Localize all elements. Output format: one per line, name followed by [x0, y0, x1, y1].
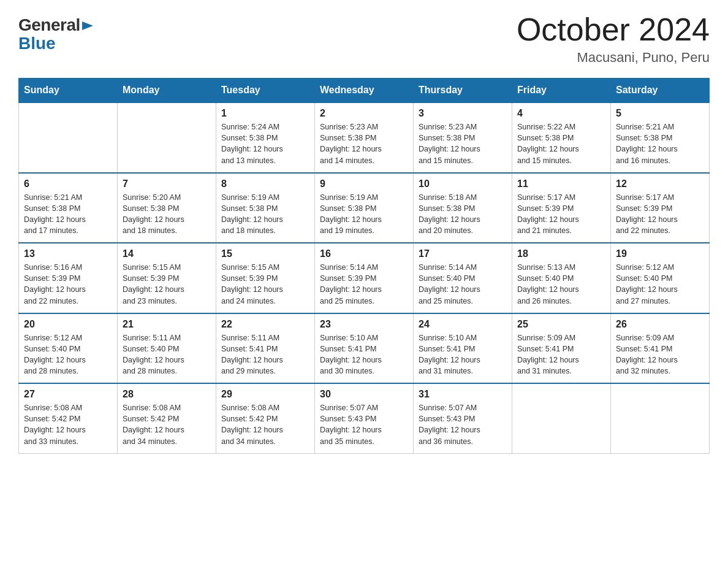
day-number: 22	[221, 319, 309, 330]
day-number: 3	[419, 108, 507, 119]
calendar-cell: 21Sunrise: 5:11 AMSunset: 5:40 PMDayligh…	[118, 313, 216, 384]
day-info: Sunrise: 5:23 AMSunset: 5:38 PMDaylight:…	[320, 121, 408, 166]
calendar-cell: 12Sunrise: 5:17 AMSunset: 5:39 PMDayligh…	[611, 173, 710, 243]
day-number: 20	[24, 319, 112, 330]
day-number: 9	[320, 178, 408, 190]
day-number: 23	[320, 319, 408, 330]
day-info: Sunrise: 5:11 AMSunset: 5:41 PMDaylight:…	[221, 332, 309, 377]
calendar-cell: 17Sunrise: 5:14 AMSunset: 5:40 PMDayligh…	[414, 243, 512, 313]
day-number: 18	[517, 248, 605, 259]
week-row-4: 20Sunrise: 5:12 AMSunset: 5:40 PMDayligh…	[19, 313, 710, 384]
calendar-table: SundayMondayTuesdayWednesdayThursdayFrid…	[18, 78, 710, 454]
day-info: Sunrise: 5:15 AMSunset: 5:39 PMDaylight:…	[221, 262, 309, 307]
day-number: 25	[517, 319, 605, 330]
day-info: Sunrise: 5:10 AMSunset: 5:41 PMDaylight:…	[320, 332, 408, 377]
calendar-cell: 29Sunrise: 5:08 AMSunset: 5:42 PMDayligh…	[216, 383, 315, 453]
day-number: 24	[419, 319, 507, 330]
day-number: 8	[221, 178, 309, 190]
day-info: Sunrise: 5:18 AMSunset: 5:38 PMDaylight:…	[419, 192, 507, 237]
day-number: 15	[221, 248, 309, 259]
day-number: 1	[221, 108, 309, 119]
day-number: 21	[123, 319, 211, 330]
header-day-monday: Monday	[118, 79, 216, 103]
day-number: 19	[616, 248, 704, 259]
day-number: 7	[123, 178, 211, 190]
week-row-2: 6Sunrise: 5:21 AMSunset: 5:38 PMDaylight…	[19, 173, 710, 243]
calendar-body: 1Sunrise: 5:24 AMSunset: 5:38 PMDaylight…	[19, 102, 710, 453]
calendar-cell: 31Sunrise: 5:07 AMSunset: 5:43 PMDayligh…	[414, 383, 512, 453]
calendar-cell: 19Sunrise: 5:12 AMSunset: 5:40 PMDayligh…	[611, 243, 710, 313]
day-info: Sunrise: 5:17 AMSunset: 5:39 PMDaylight:…	[517, 192, 605, 237]
calendar-cell: 24Sunrise: 5:10 AMSunset: 5:41 PMDayligh…	[414, 313, 512, 384]
day-number: 13	[24, 248, 112, 259]
calendar-cell: 27Sunrise: 5:08 AMSunset: 5:42 PMDayligh…	[19, 383, 118, 453]
header-day-tuesday: Tuesday	[216, 79, 315, 103]
day-number: 27	[24, 389, 112, 400]
week-row-1: 1Sunrise: 5:24 AMSunset: 5:38 PMDaylight…	[19, 102, 710, 173]
day-info: Sunrise: 5:20 AMSunset: 5:38 PMDaylight:…	[123, 192, 211, 237]
logo-flag-icon	[82, 19, 96, 33]
day-number: 30	[320, 389, 408, 400]
day-number: 29	[221, 389, 309, 400]
calendar-cell: 2Sunrise: 5:23 AMSunset: 5:38 PMDaylight…	[315, 102, 414, 173]
day-info: Sunrise: 5:08 AMSunset: 5:42 PMDaylight:…	[24, 402, 112, 447]
calendar-cell: 13Sunrise: 5:16 AMSunset: 5:39 PMDayligh…	[19, 243, 118, 313]
calendar-cell: 4Sunrise: 5:22 AMSunset: 5:38 PMDaylight…	[512, 102, 611, 173]
day-info: Sunrise: 5:24 AMSunset: 5:38 PMDaylight:…	[221, 121, 309, 166]
header-area: General Blue October 2024 Macusani, Puno…	[18, 12, 710, 66]
logo-blue-text: Blue	[18, 34, 96, 53]
calendar-cell: 22Sunrise: 5:11 AMSunset: 5:41 PMDayligh…	[216, 313, 315, 384]
day-info: Sunrise: 5:11 AMSunset: 5:40 PMDaylight:…	[123, 332, 211, 377]
calendar-cell: 8Sunrise: 5:19 AMSunset: 5:38 PMDaylight…	[216, 173, 315, 243]
calendar-cell: 11Sunrise: 5:17 AMSunset: 5:39 PMDayligh…	[512, 173, 611, 243]
calendar-cell	[611, 383, 710, 453]
logo-text: General	[18, 15, 96, 35]
title-area: October 2024 Macusani, Puno, Peru	[517, 12, 710, 66]
page-subtitle: Macusani, Puno, Peru	[517, 50, 710, 66]
day-info: Sunrise: 5:10 AMSunset: 5:41 PMDaylight:…	[419, 332, 507, 377]
calendar-cell: 14Sunrise: 5:15 AMSunset: 5:39 PMDayligh…	[118, 243, 216, 313]
day-info: Sunrise: 5:19 AMSunset: 5:38 PMDaylight:…	[320, 192, 408, 237]
calendar-cell: 5Sunrise: 5:21 AMSunset: 5:38 PMDaylight…	[611, 102, 710, 173]
header-day-thursday: Thursday	[414, 79, 512, 103]
calendar-cell: 6Sunrise: 5:21 AMSunset: 5:38 PMDaylight…	[19, 173, 118, 243]
day-number: 4	[517, 108, 605, 119]
calendar-cell: 10Sunrise: 5:18 AMSunset: 5:38 PMDayligh…	[414, 173, 512, 243]
day-info: Sunrise: 5:14 AMSunset: 5:40 PMDaylight:…	[419, 262, 507, 307]
day-number: 31	[419, 389, 507, 400]
day-info: Sunrise: 5:21 AMSunset: 5:38 PMDaylight:…	[616, 121, 704, 166]
day-info: Sunrise: 5:07 AMSunset: 5:43 PMDaylight:…	[419, 402, 507, 447]
day-number: 16	[320, 248, 408, 259]
day-info: Sunrise: 5:12 AMSunset: 5:40 PMDaylight:…	[616, 262, 704, 307]
calendar-cell: 26Sunrise: 5:09 AMSunset: 5:41 PMDayligh…	[611, 313, 710, 384]
svg-marker-0	[82, 21, 93, 30]
calendar-cell	[512, 383, 611, 453]
calendar-cell: 16Sunrise: 5:14 AMSunset: 5:39 PMDayligh…	[315, 243, 414, 313]
day-info: Sunrise: 5:16 AMSunset: 5:39 PMDaylight:…	[24, 262, 112, 307]
day-info: Sunrise: 5:15 AMSunset: 5:39 PMDaylight:…	[123, 262, 211, 307]
day-number: 26	[616, 319, 704, 330]
day-number: 17	[419, 248, 507, 259]
day-number: 6	[24, 178, 112, 190]
logo-general-text: General	[18, 15, 80, 35]
day-number: 2	[320, 108, 408, 119]
day-info: Sunrise: 5:12 AMSunset: 5:40 PMDaylight:…	[24, 332, 112, 377]
calendar-cell: 1Sunrise: 5:24 AMSunset: 5:38 PMDaylight…	[216, 102, 315, 173]
day-info: Sunrise: 5:09 AMSunset: 5:41 PMDaylight:…	[517, 332, 605, 377]
day-info: Sunrise: 5:19 AMSunset: 5:38 PMDaylight:…	[221, 192, 309, 237]
day-info: Sunrise: 5:13 AMSunset: 5:40 PMDaylight:…	[517, 262, 605, 307]
day-number: 12	[616, 178, 704, 190]
calendar-cell: 28Sunrise: 5:08 AMSunset: 5:42 PMDayligh…	[118, 383, 216, 453]
page-title: October 2024	[517, 12, 710, 47]
header-day-saturday: Saturday	[611, 79, 710, 103]
day-number: 28	[123, 389, 211, 400]
day-info: Sunrise: 5:09 AMSunset: 5:41 PMDaylight:…	[616, 332, 704, 377]
calendar-cell: 7Sunrise: 5:20 AMSunset: 5:38 PMDaylight…	[118, 173, 216, 243]
day-number: 5	[616, 108, 704, 119]
day-info: Sunrise: 5:07 AMSunset: 5:43 PMDaylight:…	[320, 402, 408, 447]
week-row-5: 27Sunrise: 5:08 AMSunset: 5:42 PMDayligh…	[19, 383, 710, 453]
day-info: Sunrise: 5:14 AMSunset: 5:39 PMDaylight:…	[320, 262, 408, 307]
logo-area: General Blue	[18, 12, 96, 53]
day-info: Sunrise: 5:21 AMSunset: 5:38 PMDaylight:…	[24, 192, 112, 237]
header-row: SundayMondayTuesdayWednesdayThursdayFrid…	[19, 79, 710, 103]
